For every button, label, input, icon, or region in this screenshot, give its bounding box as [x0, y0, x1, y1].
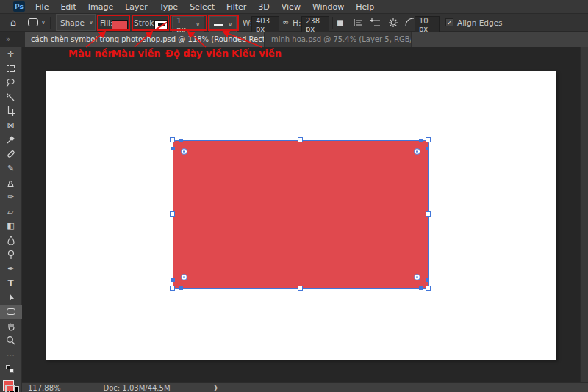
align-edges-checkbox[interactable]: ✓ — [445, 18, 453, 26]
anchor-point[interactable] — [419, 139, 423, 142]
document-tab-strip: » cách chèn symbol trong photoshop.psd @… — [0, 32, 588, 47]
anchor-point[interactable] — [426, 147, 429, 150]
rectangular-marquee-tool[interactable] — [0, 62, 22, 76]
handle-top-left[interactable] — [170, 137, 175, 142]
history-brush-tool[interactable]: ✑ — [0, 190, 22, 205]
blur-drop-icon — [7, 236, 15, 245]
stroke-width-select[interactable]: 1 px ∨ — [172, 16, 204, 33]
corner-radius-widget-bottom-right[interactable] — [414, 274, 420, 280]
menu-image[interactable]: Image — [82, 0, 119, 14]
menu-help[interactable]: Help — [350, 0, 380, 14]
move-tool[interactable]: ✛ — [0, 47, 22, 62]
brush-tool[interactable]: ✎ — [0, 161, 22, 176]
annotation-label-stroke: Màu viền — [112, 48, 161, 59]
menu-window[interactable]: Window — [306, 0, 350, 14]
height-input[interactable]: 238 px — [301, 16, 329, 33]
menu-type[interactable]: Type — [154, 0, 184, 14]
eraser-tool[interactable]: ▱ — [0, 205, 22, 219]
handle-bottom-left[interactable] — [170, 286, 175, 291]
document-size-info: Doc: 1.03M/44.5M — [104, 384, 171, 392]
chevron-down-icon: ∨ — [89, 19, 93, 26]
handle-bottom-right[interactable] — [426, 286, 431, 291]
clone-stamp-tool[interactable] — [0, 176, 22, 191]
tab-overflow-icon[interactable]: » — [0, 32, 25, 47]
rounded-rectangle-tool[interactable] — [0, 305, 22, 319]
frame-tool[interactable]: ⊠ — [0, 119, 22, 134]
tools-panel: ✛ ⊠ ✎ ✑ ▱ ◧ ✒ T ⋯ — [0, 47, 22, 392]
width-value: 403 px — [256, 17, 275, 33]
menu-filter[interactable]: Filter — [220, 0, 252, 14]
tool-mode-select[interactable]: Shape ∨ — [56, 14, 96, 31]
divider — [50, 17, 51, 29]
rounded-rectangle-shape[interactable] — [173, 140, 429, 289]
status-bar: 117.88% Doc: 1.03M/44.5M ❯ — [22, 382, 588, 392]
hand-tool[interactable] — [0, 319, 22, 334]
anchor-point[interactable] — [171, 147, 175, 150]
zoom-level-field[interactable]: 117.88% — [28, 384, 61, 392]
menu-file[interactable]: File — [29, 0, 54, 14]
anchor-point[interactable] — [419, 286, 423, 290]
stroke-style-select[interactable]: ∨ — [209, 16, 237, 33]
healing-brush-icon — [6, 149, 16, 159]
magic-wand-icon — [6, 92, 15, 102]
handle-bottom-center[interactable] — [298, 286, 303, 291]
default-swap-colors[interactable] — [0, 362, 22, 377]
chevron-down-icon: ∨ — [41, 19, 46, 26]
fill-color-swatch[interactable] — [112, 20, 128, 31]
type-tool[interactable]: T — [0, 276, 22, 291]
paint-bucket-tool[interactable]: ◧ — [0, 219, 22, 233]
anchor-point[interactable] — [426, 278, 429, 282]
magnifier-icon — [6, 335, 15, 345]
more-tools-button[interactable]: ⋯ — [0, 348, 22, 363]
menu-view[interactable]: View — [276, 0, 306, 14]
home-icon[interactable]: ⌂ — [10, 17, 16, 28]
divider — [332, 17, 333, 29]
tab-document-2[interactable]: minh hoa.psd @ 75.4% (Layer 5, RGB/8#) *… — [265, 32, 412, 47]
corner-radius-widget-bottom-left[interactable] — [181, 274, 187, 280]
path-operations-icon[interactable]: ■ — [337, 18, 343, 26]
path-selection-tool[interactable] — [0, 291, 22, 305]
screen-mode-button[interactable] — [5, 385, 15, 392]
handle-middle-left[interactable] — [170, 211, 175, 217]
blur-tool[interactable] — [0, 233, 22, 248]
handle-top-right[interactable] — [426, 137, 431, 142]
options-bar: ⌂ ∨ Shape ∨ Fill: Stroke: 1 px ∨ ∨ W: 40… — [0, 14, 588, 32]
tool-preset-picker[interactable]: ∨ — [28, 14, 46, 31]
clone-stamp-icon — [6, 178, 15, 188]
pen-tool[interactable]: ✒ — [0, 262, 22, 277]
anchor-point[interactable] — [179, 139, 183, 142]
path-alignment-icon[interactable] — [353, 14, 363, 31]
eyedropper-tool[interactable] — [0, 133, 22, 148]
menu-3d[interactable]: 3D — [252, 0, 275, 14]
rounded-rectangle-icon — [7, 308, 15, 315]
status-chevron-icon[interactable]: ❯ — [213, 384, 219, 391]
corner-radius-input[interactable]: 10 px — [415, 16, 440, 33]
anchor-point[interactable] — [179, 286, 183, 290]
solid-line-preview — [214, 24, 223, 26]
tool-mode-value: Shape — [60, 18, 85, 27]
magic-wand-tool[interactable] — [0, 90, 22, 105]
handle-middle-right[interactable] — [426, 211, 431, 217]
stroke-color-swatch[interactable] — [154, 20, 168, 31]
lasso-tool[interactable] — [0, 76, 22, 90]
handle-top-center[interactable] — [298, 137, 303, 142]
anchor-point[interactable] — [171, 278, 175, 282]
dodge-tool[interactable] — [0, 247, 22, 262]
corner-radius-widget-top-right[interactable] — [414, 148, 420, 155]
path-arrangement-icon[interactable] — [370, 14, 381, 31]
menu-edit[interactable]: Edit — [54, 0, 82, 14]
photoshop-logo: Ps — [13, 1, 25, 12]
tab-document-1[interactable]: cách chèn symbol trong photoshop.psd @ 1… — [25, 32, 265, 47]
menu-bar: Ps File Edit Image Layer Type Select Fil… — [0, 0, 588, 14]
crop-tool[interactable] — [0, 104, 22, 119]
zoom-tool[interactable] — [0, 333, 22, 348]
gear-icon[interactable] — [388, 14, 398, 31]
healing-brush-tool[interactable] — [0, 148, 22, 162]
annotation-label-stroke-style: Kiểu viền — [232, 48, 282, 59]
width-input[interactable]: 403 px — [251, 16, 279, 33]
crop-icon — [6, 106, 15, 116]
link-dimensions-icon[interactable]: ∞ — [282, 18, 289, 27]
menu-layer[interactable]: Layer — [119, 0, 154, 14]
corner-radius-widget-top-left[interactable] — [181, 148, 187, 155]
menu-select[interactable]: Select — [184, 0, 220, 14]
